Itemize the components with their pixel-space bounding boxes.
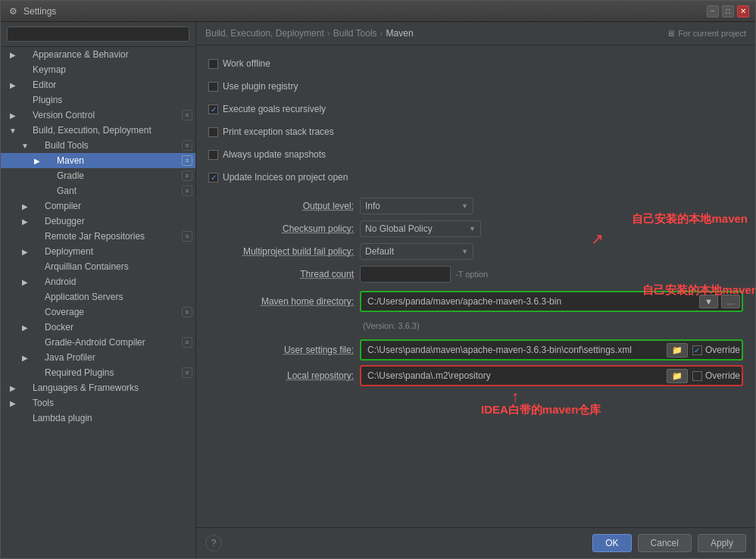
user-settings-input[interactable] [363, 342, 662, 358]
output-level-control: Info ▼ [360, 198, 743, 214]
sidebar-item-lambda[interactable]: Lambda plugin [1, 411, 195, 426]
execute-goals-label[interactable]: Execute goals recursively [208, 104, 326, 114]
thread-count-input[interactable] [360, 266, 451, 283]
print-exception-row: Print exception stack traces [208, 123, 743, 141]
local-repo-input[interactable] [363, 368, 662, 383]
sidebar-item-editor[interactable]: ▶ Editor [1, 77, 195, 92]
output-level-row: Output level: Info ▼ [208, 197, 743, 215]
sidebar-item-coverage[interactable]: Coverage ≡ [1, 304, 195, 320]
sidebar-item-build-exec[interactable]: ▼ Build, Execution, Deployment [1, 123, 195, 138]
sidebar-item-java-profiler[interactable]: ▶ Java Profiler [1, 350, 195, 365]
sidebar-item-docker[interactable]: ▶ Docker [1, 320, 195, 335]
sidebar-item-required-plugins[interactable]: Required Plugins ≡ [1, 365, 195, 380]
sidebar-item-tools[interactable]: ▶ Tools [1, 395, 195, 411]
always-update-checkbox[interactable] [208, 150, 218, 160]
arrow-icon: ▶ [19, 323, 31, 332]
help-button[interactable]: ? [205, 535, 222, 551]
maven-home-input[interactable] [363, 294, 696, 309]
print-exception-label[interactable]: Print exception stack traces [208, 126, 334, 137]
sidebar-item-appearance[interactable]: ▶ Appearance & Behavior [1, 47, 195, 62]
maven-home-browse-btn[interactable]: … [721, 295, 740, 308]
ok-button[interactable]: OK [592, 534, 631, 552]
badge-icon: ≡ [182, 231, 192, 242]
sidebar-item-debugger[interactable]: ▶ Debugger [1, 214, 195, 229]
badge-icon: ≡ [182, 337, 192, 348]
sidebar-tree: ▶ Appearance & Behavior Keymap ▶ Editor [1, 47, 195, 558]
use-plugin-registry-checkbox[interactable] [208, 82, 218, 92]
apply-button[interactable]: Apply [698, 534, 746, 552]
badge-icon: ≡ [182, 155, 192, 166]
sidebar-item-plugins[interactable]: Plugins [1, 92, 195, 108]
thread-count-row: Thread count -T option [208, 265, 743, 283]
checksum-policy-dropdown[interactable]: No Global Policy ▼ [360, 220, 481, 237]
always-update-row: Always update snapshots [208, 145, 743, 164]
arrow-icon: ▼ [19, 142, 31, 150]
arrow-icon: ▶ [7, 51, 19, 59]
print-exception-checkbox[interactable] [208, 127, 218, 137]
local-repo-override: Override [692, 370, 740, 381]
sidebar-item-arquillian[interactable]: Arquillian Containers [1, 259, 195, 274]
work-offline-checkbox[interactable] [208, 59, 218, 69]
maximize-button[interactable]: □ [722, 5, 734, 17]
arrow-icon: ▶ [19, 202, 31, 211]
breadcrumb-sep1: › [327, 28, 330, 39]
checksum-policy-label: Checksum policy: [208, 223, 360, 234]
user-settings-override: Override [692, 345, 740, 355]
cancel-button[interactable]: Cancel [638, 534, 692, 552]
sidebar-item-gant[interactable]: Gant ≡ [1, 183, 195, 198]
badge-icon: ≡ [182, 186, 192, 196]
output-level-dropdown[interactable]: Info ▼ [360, 198, 473, 214]
thread-count-control: -T option [360, 266, 743, 283]
user-settings-override-checkbox[interactable] [692, 345, 702, 355]
user-settings-label: User settings file: [208, 345, 360, 355]
badge-icon: ≡ [182, 110, 192, 120]
badge-icon: ≡ [182, 170, 192, 181]
update-indices-label[interactable]: Update Incices on project open [208, 172, 348, 183]
sidebar-item-version-control[interactable]: ▶ Version Control ≡ [1, 108, 195, 123]
user-settings-browse-btn[interactable]: 📁 [667, 343, 688, 358]
local-repo-label: Local repository: [208, 370, 360, 381]
work-offline-label[interactable]: Work offline [208, 58, 270, 69]
close-button[interactable]: ✕ [737, 5, 749, 17]
sidebar: ▶ Appearance & Behavior Keymap ▶ Editor [1, 22, 196, 558]
sidebar-item-android[interactable]: ▶ Android [1, 274, 195, 289]
breadcrumb-part1: Build, Execution, Deployment [205, 28, 324, 39]
sidebar-item-maven[interactable]: ▶ Maven ≡ [1, 153, 195, 168]
sidebar-item-keymap[interactable]: Keymap [1, 62, 195, 77]
arrow-icon: ▶ [31, 157, 43, 165]
sidebar-item-remote-jar[interactable]: Remote Jar Repositories ≡ [1, 229, 195, 244]
search-input[interactable] [7, 27, 189, 42]
maven-home-row: Maven home directory: ▼ … [208, 291, 743, 312]
sidebar-item-app-servers[interactable]: Application Servers [1, 289, 195, 304]
sidebar-item-languages[interactable]: ▶ Languages & Frameworks [1, 380, 195, 395]
use-plugin-registry-label[interactable]: Use plugin registry [208, 81, 298, 92]
always-update-label[interactable]: Always update snapshots [208, 149, 326, 160]
maven-version-row: (Version: 3.6.3) [208, 317, 743, 335]
user-settings-row: User settings file: 📁 Override [208, 339, 743, 361]
sidebar-item-gradle[interactable]: Gradle ≡ [1, 168, 195, 183]
right-panel: Build, Execution, Deployment › Build Too… [196, 22, 755, 558]
breadcrumb-current: Maven [386, 28, 414, 39]
sidebar-item-deployment[interactable]: ▶ Deployment [1, 244, 195, 259]
sidebar-item-build-tools[interactable]: ▼ Build Tools ≡ [1, 138, 195, 153]
badge-icon: ≡ [182, 367, 192, 378]
sidebar-item-compiler[interactable]: ▶ Compiler [1, 198, 195, 214]
multiproject-fail-row: Multiproject build fail policy: Default … [208, 242, 743, 261]
arrow-icon: ▶ [19, 354, 31, 362]
local-repo-override-checkbox[interactable] [692, 371, 702, 381]
user-settings-override-label: Override [705, 345, 740, 355]
settings-content: Work offline Use plugin registry Execute… [196, 45, 755, 527]
dropdown-arrow-icon: ▼ [469, 225, 476, 233]
sidebar-item-gradle-android[interactable]: Gradle-Android Compiler ≡ [1, 335, 195, 350]
maven-home-label: Maven home directory: [208, 296, 360, 307]
multiproject-fail-dropdown[interactable]: Default ▼ [360, 243, 473, 260]
bottom-bar: ? OK Cancel Apply [196, 527, 755, 558]
maven-home-dropdown-btn[interactable]: ▼ [699, 295, 718, 308]
local-repo-browse-btn[interactable]: 📁 [667, 369, 688, 383]
checksum-policy-row: Checksum policy: No Global Policy ▼ [208, 220, 743, 238]
minimize-button[interactable]: − [707, 5, 719, 17]
update-indices-checkbox[interactable] [208, 173, 218, 183]
badge-icon: ≡ [182, 307, 192, 317]
local-repo-control: 📁 Override [360, 365, 743, 386]
execute-goals-checkbox[interactable] [208, 105, 218, 114]
